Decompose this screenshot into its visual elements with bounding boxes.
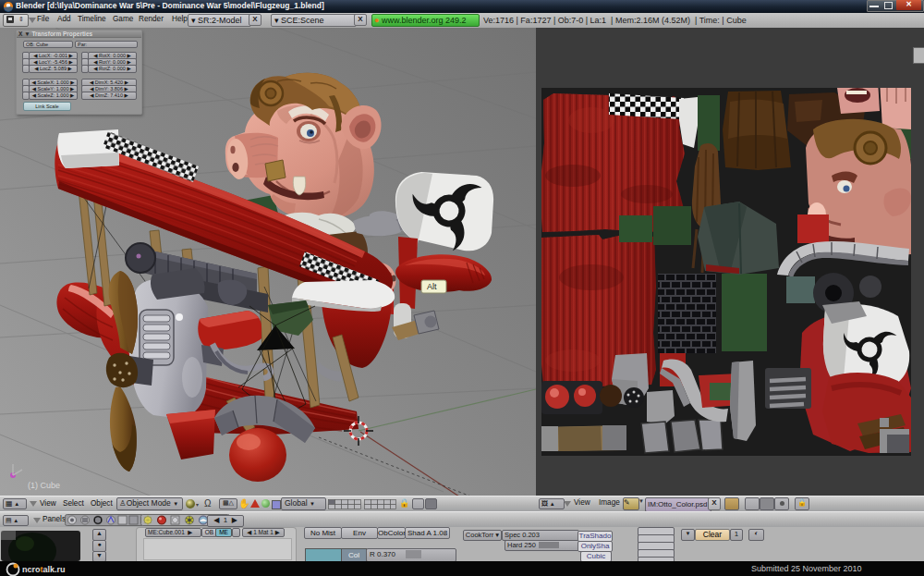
svg-text:▾: ▾ [196,502,199,508]
svg-text:Alt: Alt [427,282,437,291]
svg-text:ncrotalk.ru: ncrotalk.ru [22,565,66,574]
svg-text:(1) Cube: (1) Cube [28,481,60,490]
